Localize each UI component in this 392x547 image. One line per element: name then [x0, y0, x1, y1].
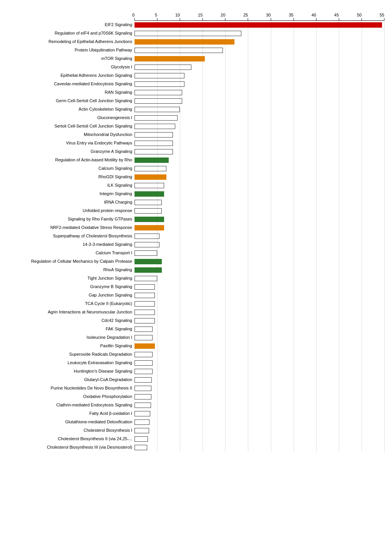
bar-row: Tight Junction Signaling [8, 274, 384, 282]
bar [135, 56, 205, 61]
bar [135, 174, 166, 180]
bar-row: Epithelial Adherens Junction Signaling [8, 71, 384, 80]
bar-label: Isoleucine Degradation I [8, 335, 135, 340]
bar [135, 276, 157, 281]
axis-label: 50 [357, 13, 362, 17]
bar [135, 157, 169, 163]
bar-wrap [135, 419, 384, 425]
bar [135, 428, 149, 433]
bar-label: Germ Cell-Sertoli Cell Junction Signalin… [8, 98, 135, 103]
bar-wrap [135, 123, 384, 129]
bar-wrap [135, 233, 384, 239]
bar-row: Regulation of eIF4 and p70S6K Signaling [8, 29, 384, 37]
bar-row: Unfolded protein response [8, 207, 384, 215]
bar-wrap [135, 360, 384, 366]
bar [135, 166, 166, 171]
axis-tick: 25 [248, 18, 248, 20]
bar-row: Granzyme A Signaling [8, 148, 384, 156]
bar-wrap [135, 300, 384, 307]
bar-wrap [135, 385, 384, 391]
bar-row: Isoleucine Degradation I [8, 333, 384, 341]
axis-label: 10 [175, 13, 180, 17]
bar [135, 217, 164, 222]
bar-label: Huntington's Disease Signaling [8, 369, 135, 374]
bar [135, 132, 173, 138]
bar-row: Cholesterol Biosynthesis II (via 24,25-.… [8, 435, 384, 443]
bar-row: Signaling by Rho Family GTPases [8, 215, 384, 223]
bar [135, 386, 151, 391]
bar-wrap [135, 393, 384, 400]
bar-wrap [135, 444, 384, 451]
bar [135, 343, 155, 349]
bar-label: Protein Ubiquitination Pathway [8, 48, 135, 53]
bar-label: Regulation of eIF4 and p70S6K Signaling [8, 31, 135, 36]
bar-label: FAK Signaling [8, 327, 135, 332]
axis-label: 25 [243, 13, 248, 17]
bar [135, 445, 147, 450]
bar [135, 208, 162, 214]
bar-row: Gap Junction Signaling [8, 291, 384, 299]
bar [135, 234, 159, 239]
bar-label: NRF2-mediated Oxidative Stress Response [8, 225, 135, 230]
bar-label: Calcium Signaling [8, 166, 135, 171]
bar-row: tRNA Charging [8, 198, 384, 206]
bar [135, 48, 223, 53]
bar-label: Leukocyte Extravasation Signaling [8, 360, 135, 365]
bar [135, 107, 180, 112]
bar-label: RhoGDI Signaling [8, 174, 135, 179]
bar-row: Cholesterol Biosynthesis III (via Desmos… [8, 443, 384, 451]
bar-label: ILK Signaling [8, 183, 135, 188]
bar-row: Calcium Signaling [8, 164, 384, 172]
bar [135, 301, 155, 307]
bar-row: Fatty Acid β-oxidation I [8, 409, 384, 418]
bar-row: Superpathway of Cholesterol Biosynthesis [8, 232, 384, 240]
bar-label: mTOR Signaling [8, 56, 135, 61]
axis-tick: 10 [180, 18, 180, 20]
bars-container: EIF2 SignalingRegulation of eIF4 and p70… [8, 21, 384, 452]
bar [135, 250, 157, 256]
bar-row: NRF2-mediated Oxidative Stress Response [8, 224, 384, 232]
axis-label: 20 [221, 13, 225, 17]
bar [135, 284, 155, 290]
bar-label: Signaling by Rho Family GTPases [8, 217, 135, 222]
bar-wrap [135, 64, 384, 70]
bar-label: Unfolded protein response [8, 208, 135, 213]
bar-wrap [135, 98, 384, 104]
bar-wrap [135, 376, 384, 383]
bar-row: Regulation of Cellular Mechanics by Calp… [8, 257, 384, 265]
bar-row: Regulation of Actin-based Motility by Rh… [8, 156, 384, 164]
bar-label: Glutathione-mediated Detoxification [8, 419, 135, 424]
bar-row: Huntington's Disease Signaling [8, 367, 384, 375]
bar-label: Glutaryl-CoA Degradation [8, 377, 135, 382]
bar-wrap [135, 427, 384, 434]
bar-wrap [135, 216, 384, 222]
bar [135, 436, 148, 442]
bar-label: Agrin Interactions at Neuromuscular Junc… [8, 310, 135, 315]
bar-label: Mitochondrial Dysfunction [8, 132, 135, 137]
bar-wrap [135, 148, 384, 155]
bar-label: Remodeling of Epithelial Adherens Juncti… [8, 39, 135, 44]
bar-row: Oxidative Phosphorylation [8, 393, 384, 401]
bar-label: 14-3-3-mediated Signaling [8, 242, 135, 247]
bar-label: Glycolysis I [8, 65, 135, 70]
bar-wrap [135, 47, 384, 53]
bar-wrap [135, 351, 384, 358]
bar-label: Fatty Acid β-oxidation I [8, 411, 135, 416]
bar-label: RAN Signaling [8, 90, 135, 95]
bar-row: 14-3-3-mediated Signaling [8, 240, 384, 249]
bar-wrap [135, 199, 384, 206]
bar [135, 335, 153, 340]
bar [135, 225, 164, 230]
axis-tick: 5 [157, 18, 158, 20]
chart-container: 0510152025303540455055 EIF2 SignalingReg… [8, 8, 384, 452]
bar-wrap [135, 140, 384, 146]
axis-label: 35 [289, 13, 293, 17]
bar-wrap [135, 267, 384, 273]
bar-label: Cholesterol Biosynthesis I [8, 428, 135, 433]
bar-row: Gluconeogenesis I [8, 114, 384, 122]
bar-label: Integrin Signaling [8, 191, 135, 196]
bar [135, 39, 234, 45]
bar-row: Paxillin Signaling [8, 342, 384, 350]
bar-wrap [135, 224, 384, 231]
axis-tick: 0 [135, 18, 135, 20]
